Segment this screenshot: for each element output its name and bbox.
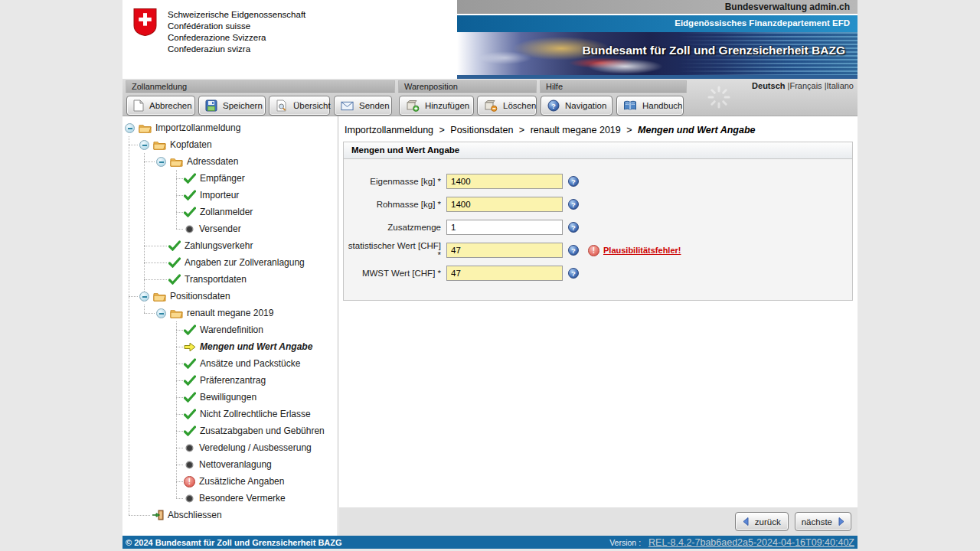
field-label: Zusatzmenge — [344, 223, 441, 232]
copyright-text: © 2024 Bundesamt für Zoll und Grenzsiche… — [126, 538, 342, 547]
save-icon — [205, 99, 217, 112]
tree-item-veredelung-ausbesserung[interactable]: Veredelung / Ausbesserung — [122, 439, 338, 456]
abbrechen-button[interactable]: Abbrechen — [126, 96, 195, 116]
send-icon — [341, 101, 354, 111]
zusatzmenge-input[interactable] — [446, 220, 563, 235]
blank-page-icon — [133, 99, 144, 112]
toolbar-group-zollanmeldung: Zollanmeldung — [126, 80, 395, 93]
wizard-nav-band: zurück nächste — [339, 507, 858, 536]
logo-line: Confederazione Svizzera — [168, 32, 305, 44]
field-help-icon[interactable]: ? — [568, 176, 579, 187]
header: Schweizerische Eidgenossenschaft Confédé… — [122, 0, 858, 79]
statistischer-wert-input[interactable] — [446, 243, 563, 258]
mwst-wert-input[interactable] — [446, 266, 563, 281]
logo-line: Schweizerische Eidgenossenschaft — [168, 9, 305, 21]
folder-icon — [153, 292, 166, 302]
handbuch-button[interactable]: Handbuch — [616, 96, 684, 116]
tree-item-mengen-und-wert-angabe[interactable]: Mengen und Wert Angabe — [122, 338, 338, 355]
field-row-rohmasse: Rohmasse [kg] * ? — [344, 193, 852, 216]
tree-item-kopfdaten[interactable]: Kopfdaten — [122, 136, 338, 153]
tree-item-praeferenzantrag[interactable]: Präferenzantrag — [122, 372, 338, 389]
version-label: Version : — [609, 538, 641, 547]
help-icon: ? — [547, 99, 560, 112]
collapse-icon[interactable] — [125, 123, 135, 133]
tree-item-adressdaten[interactable]: Adressdaten — [122, 153, 338, 170]
svg-text:?: ? — [551, 102, 556, 110]
language-italiano[interactable]: Italiano — [827, 81, 854, 90]
tree-item-zahlungsverkehr[interactable]: Zahlungsverkehr — [122, 237, 338, 254]
plausibility-error: ! Plausibilitätsfehler! — [588, 245, 681, 256]
breadcrumb-separator: > — [519, 125, 524, 135]
field-row-zusatzmenge: Zusatzmenge ? — [344, 216, 852, 239]
speichern-button[interactable]: Speichern — [198, 96, 266, 116]
speichern-label: Speichern — [223, 101, 263, 110]
tree-item-zusatzabgaben-und-gebuehren[interactable]: Zusatzabgaben und Gebühren — [122, 422, 338, 439]
version-link[interactable]: REL-8.4.2-7bab6aed2a5-2024-04-16T09:40:4… — [648, 537, 854, 548]
tree-item-nettoveranlagung[interactable]: Nettoveranlagung — [122, 456, 338, 473]
collapse-icon[interactable] — [156, 157, 166, 167]
version-info: Version : REL-8.4.2-7bab6aed2a5-2024-04-… — [609, 537, 854, 548]
check-icon — [184, 358, 196, 369]
tree-item-positionsdaten[interactable]: Positionsdaten — [122, 288, 338, 305]
collapse-icon[interactable] — [156, 308, 166, 318]
tree-item-zusaetzliche-angaben[interactable]: ! Zusätzliche Angaben — [122, 473, 338, 490]
tree-item-empfaenger[interactable]: Empfänger — [122, 170, 338, 187]
tree-item-angaben-zur-zollveranlagung[interactable]: Angaben zur Zollveranlagung — [122, 254, 338, 271]
field-row-mwst-wert: MWST Wert [CHF] * ? — [344, 262, 852, 285]
folder-icon — [139, 123, 152, 133]
field-label: Eigenmasse [kg] * — [344, 177, 441, 186]
plausibility-error-link[interactable]: Plausibilitätsfehler! — [603, 246, 681, 255]
tree-item-besondere-vermerke[interactable]: Besondere Vermerke — [122, 490, 338, 507]
field-label: Rohmasse [kg] * — [344, 200, 441, 209]
tree-item-nicht-zollrechtliche-erlasse[interactable]: Nicht Zollrechtliche Erlasse — [122, 406, 338, 422]
rohmasse-input[interactable] — [446, 197, 563, 212]
breadcrumb-segment: Positionsdaten — [450, 125, 513, 135]
field-help-icon[interactable]: ? — [568, 199, 579, 210]
tree-item-abschliessen[interactable]: Abschliessen — [122, 507, 338, 523]
tree-item-zollanmelder[interactable]: Zollanmelder — [122, 204, 338, 220]
collapse-icon[interactable] — [139, 140, 149, 150]
senden-label: Senden — [359, 101, 390, 110]
logo-wordmark: Schweizerische Eidgenossenschaft Confédé… — [168, 8, 305, 55]
loeschen-label: Löschen — [503, 101, 536, 110]
breadcrumb-separator: > — [626, 125, 632, 135]
breadcrumb-segment: Importzollanmeldung — [345, 125, 433, 135]
bullet-icon — [187, 227, 192, 232]
tree-item-versender[interactable]: Versender — [122, 220, 338, 237]
field-label: MWST Wert [CHF] * — [344, 269, 441, 278]
breadcrumb-segment: renault megane 2019 — [531, 125, 621, 135]
eigenmasse-input[interactable] — [446, 174, 563, 189]
tree-item-bewilligungen[interactable]: Bewilligungen — [122, 389, 338, 406]
breadcrumb: Importzollanmeldung > Positionsdaten > r… — [339, 116, 858, 135]
field-help-icon[interactable]: ? — [568, 222, 579, 233]
navigation-button[interactable]: ? Navigation — [541, 96, 612, 116]
add-item-icon — [406, 99, 420, 112]
finish-door-icon — [152, 510, 164, 520]
current-arrow-icon — [184, 342, 196, 352]
field-help-icon[interactable]: ? — [568, 245, 579, 256]
tree-item-warendefinition[interactable]: Warendefinition — [122, 321, 338, 338]
logo-line: Confédération suisse — [168, 21, 305, 32]
hinzufuegen-button[interactable]: Hinzufügen — [399, 96, 474, 116]
tree-item-importeur[interactable]: Importeur — [122, 187, 338, 204]
zurueck-label: zurück — [755, 517, 781, 527]
arrow-left-icon — [743, 517, 749, 526]
zurueck-button[interactable]: zurück — [735, 512, 789, 531]
hinzufuegen-label: Hinzufügen — [425, 101, 469, 110]
tree-item-ansaetze-und-packstuecke[interactable]: Ansätze und Packstücke — [122, 355, 338, 372]
breadcrumb-current: Mengen und Wert Angabe — [638, 125, 755, 135]
tree-item-transportdaten[interactable]: Transportdaten — [122, 271, 338, 288]
language-francais[interactable]: Français — [789, 81, 822, 90]
admin-portal-bar[interactable]: Bundesverwaltung admin.ch — [457, 0, 858, 14]
loeschen-button[interactable]: Löschen — [477, 96, 537, 116]
senden-button[interactable]: Senden — [334, 96, 392, 116]
tree-item-renault-megane-2019[interactable]: renault megane 2019 — [122, 305, 338, 321]
field-help-icon[interactable]: ? — [568, 268, 579, 279]
uebersicht-button[interactable]: Übersicht — [269, 96, 330, 116]
collapse-icon[interactable] — [139, 292, 149, 302]
check-icon — [184, 392, 196, 403]
tree-item-importzollanmeldung[interactable]: Importzollanmeldung — [122, 119, 338, 136]
naechste-button[interactable]: nächste — [795, 512, 851, 531]
loading-spinner-icon — [707, 85, 731, 109]
check-icon — [184, 173, 196, 184]
